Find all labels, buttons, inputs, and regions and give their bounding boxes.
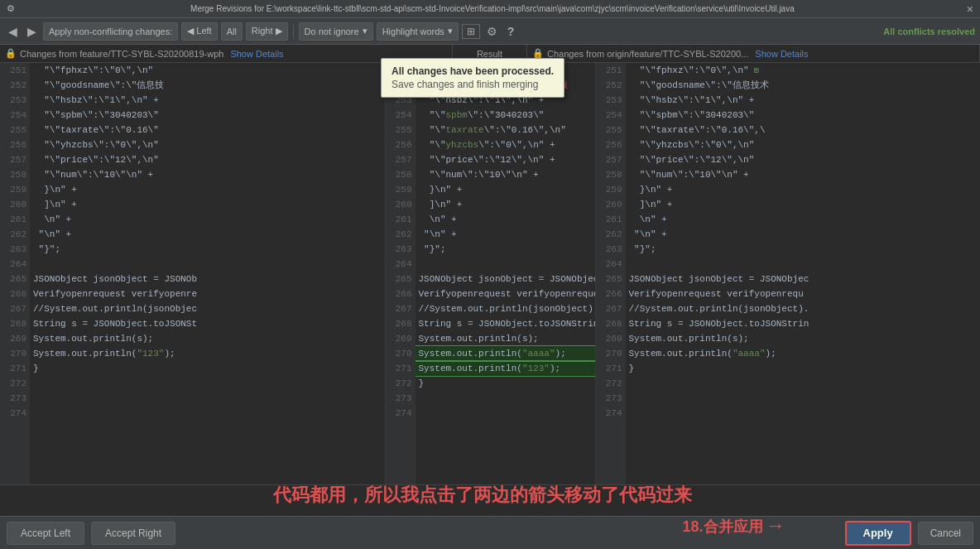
right-btn[interactable]: Right ▶ bbox=[246, 22, 288, 41]
left-line-269: System.out.println(s); bbox=[30, 331, 385, 346]
right-line-267: //System.out.println(jsonObject). bbox=[626, 301, 981, 316]
right-panel: 251252253254 255256257258 259260261262 2… bbox=[596, 63, 981, 484]
right-line-270: System.out.println("aaaa"); bbox=[626, 346, 981, 361]
result-line-267: //System.out.println(jsonObject); bbox=[416, 301, 595, 316]
result-line-262: "\n" + bbox=[416, 227, 595, 242]
show-details-right[interactable]: Show Details bbox=[755, 49, 808, 59]
tooltip-title: All changes have been processed. bbox=[392, 65, 554, 77]
right-line-253: "\"hsbz\":\"1\",\n" + bbox=[626, 93, 981, 108]
right-line-254: "\"spbm\":\"3040203\" bbox=[626, 108, 981, 123]
left-line-251: "\"fphxz\":\"0\",\n" bbox=[30, 63, 385, 78]
result-line-270: System.out.println("aaaa"); bbox=[416, 346, 595, 361]
right-line-273 bbox=[626, 391, 981, 406]
all-conflicts-resolved: All conflicts resolved bbox=[883, 26, 975, 36]
left-line-260: ]\n" + bbox=[30, 197, 385, 212]
separator-1 bbox=[293, 24, 294, 39]
left-code: "\"fphxz\":\"0\",\n" "\"goodsname\":\"信息… bbox=[30, 63, 385, 484]
left-line-263: "}"; bbox=[30, 242, 385, 257]
apply-button[interactable]: Apply bbox=[845, 521, 911, 546]
left-line-266: Verifyopenrequest verifyopenre bbox=[30, 287, 385, 301]
right-line-266: Verifyopenrequest verifyopenrequ bbox=[626, 287, 981, 301]
right-line-260: ]\n" + bbox=[626, 197, 981, 212]
result-line-254: "\"spbm\":\"3040203\" bbox=[416, 108, 595, 123]
settings-icon-btn[interactable]: ⚙ bbox=[483, 23, 501, 40]
left-line-259: }\n" + bbox=[30, 182, 385, 197]
window-title: Merge Revisions for E:\workspace\link-tt… bbox=[190, 4, 795, 13]
result-line-255: "\"taxrate\":\"0.16\",\n" bbox=[416, 123, 595, 137]
right-line-272 bbox=[626, 376, 981, 391]
right-line-255: "\"taxrate\":\"0.16\",\ bbox=[626, 123, 981, 137]
bottom-bar: Accept Left Accept Right Apply Cancel bbox=[0, 516, 980, 549]
do-not-ignore-dropdown[interactable]: Do not ignore ▾ bbox=[299, 22, 373, 41]
toolbar: ◀ ▶ Apply non-conflicting changes: ◀ Lef… bbox=[0, 18, 980, 45]
result-line-257: "\"price\":\"12\",\n" + bbox=[416, 152, 595, 167]
left-line-273 bbox=[30, 391, 385, 406]
chevron-down-icon: ▾ bbox=[363, 26, 368, 36]
left-line-255: "\"taxrate\":\"0.16\" bbox=[30, 123, 385, 137]
left-line-265: JSONObject jsonObject = JSONOb bbox=[30, 272, 385, 287]
left-line-272 bbox=[30, 376, 385, 391]
left-line-264 bbox=[30, 257, 385, 272]
tooltip-subtitle: Save changes and finish merging bbox=[392, 79, 554, 90]
result-line-263: "}"; bbox=[416, 242, 595, 257]
right-line-264 bbox=[626, 257, 981, 272]
arrow-annotation: 18.合并应用 → bbox=[683, 515, 781, 537]
accept-right-button[interactable]: Accept Right bbox=[91, 522, 175, 545]
all-btn[interactable]: All bbox=[221, 22, 243, 41]
left-line-256: "\"yhzcbs\":\"0\",\n" bbox=[30, 137, 385, 152]
result-line-264 bbox=[416, 257, 595, 272]
result-panel: 251252253254 255256257258 259260261262 2… bbox=[385, 63, 596, 484]
result-line-261: \n" + bbox=[416, 212, 595, 227]
diff-icon-btn[interactable]: ⊞ bbox=[462, 24, 480, 39]
diff-area: 251252253254 255256257258 259260261262 2… bbox=[0, 63, 980, 485]
arrow-icon: → bbox=[770, 515, 781, 537]
right-line-262: "\n" + bbox=[626, 227, 981, 242]
left-header-text: Changes from feature/TTC-SYBL-S20200819-… bbox=[20, 49, 223, 59]
result-line-273 bbox=[416, 391, 595, 406]
right-header-text: Changes from origin/feature/TTC-SYBL-S20… bbox=[547, 49, 748, 59]
left-line-252: "\"goodsname\":\"信息技 bbox=[30, 78, 385, 93]
right-line-numbers: 251252253254 255256257258 259260261262 2… bbox=[596, 63, 626, 484]
right-line-269: System.out.println(s); bbox=[626, 331, 981, 346]
apply-non-conflicting-btn[interactable]: Apply non-conflicting changes: bbox=[43, 22, 178, 41]
left-btn[interactable]: ◀ Left bbox=[181, 22, 217, 41]
right-line-257: "\"price\":\"12\",\n" bbox=[626, 152, 981, 167]
left-line-267: //System.out.println(jsonObjec bbox=[30, 301, 385, 316]
left-line-271: } bbox=[30, 361, 385, 376]
right-line-265: JSONObject jsonObject = JSONObjec bbox=[626, 272, 981, 287]
left-arrow-btn[interactable]: ◀ bbox=[5, 23, 21, 40]
highlight-words-dropdown[interactable]: Highlight words ▾ bbox=[377, 22, 459, 41]
result-line-259: }\n" + bbox=[416, 182, 595, 197]
title-bar: ⚙ Merge Revisions for E:\workspace\link-… bbox=[0, 0, 980, 18]
left-line-262: "\n" + bbox=[30, 227, 385, 242]
help-icon-btn[interactable]: ? bbox=[504, 23, 518, 40]
left-line-274 bbox=[30, 406, 385, 421]
right-line-252: "\"goodsname\":\"信息技术 bbox=[626, 78, 981, 93]
window-icon: ⚙ bbox=[7, 3, 15, 14]
right-code: "\"fphxz\":\"0\",\n" ⊞ "\"goodsname\":\"… bbox=[626, 63, 981, 484]
result-line-274 bbox=[416, 406, 595, 421]
apply-label: Apply non-conflicting changes: bbox=[49, 26, 172, 36]
accept-left-button[interactable]: Accept Left bbox=[7, 522, 84, 545]
result-line-271: System.out.println("123"); bbox=[416, 361, 595, 376]
lock-icon-left: 🔒 bbox=[5, 48, 17, 59]
right-line-268: String s = JSONObject.toJSONStrin bbox=[626, 316, 981, 331]
show-details-left[interactable]: Show Details bbox=[230, 49, 283, 59]
left-line-258: "\"num\":\"10\"\n" + bbox=[30, 167, 385, 182]
right-line-271: } bbox=[626, 361, 981, 376]
result-line-265: JSONObject jsonObject = JSONObjec bbox=[416, 272, 595, 287]
result-line-272: } bbox=[416, 376, 595, 391]
left-line-numbers: 251252253254 255256257258 259260261262 2… bbox=[0, 63, 30, 484]
close-icon[interactable]: × bbox=[967, 2, 973, 16]
cancel-button[interactable]: Cancel bbox=[918, 522, 973, 545]
right-line-258: "\"num\":\"10\"\n" + bbox=[626, 167, 981, 182]
left-panel: 251252253254 255256257258 259260261262 2… bbox=[0, 63, 385, 484]
annotation-text: 代码都用，所以我点击了两边的箭头移动了代码过来 bbox=[273, 483, 692, 508]
result-line-269: System.out.println(s); bbox=[416, 331, 595, 346]
result-line-268: String s = JSONObject.toJSONStrin bbox=[416, 316, 595, 331]
right-line-259: }\n" + bbox=[626, 182, 981, 197]
right-arrow-btn[interactable]: ▶ bbox=[24, 23, 40, 40]
right-line-274 bbox=[626, 406, 981, 421]
right-line-256: "\"yhzcbs\":\"0\",\n" bbox=[626, 137, 981, 152]
left-line-257: "\"price\":\"12\",\n" bbox=[30, 152, 385, 167]
